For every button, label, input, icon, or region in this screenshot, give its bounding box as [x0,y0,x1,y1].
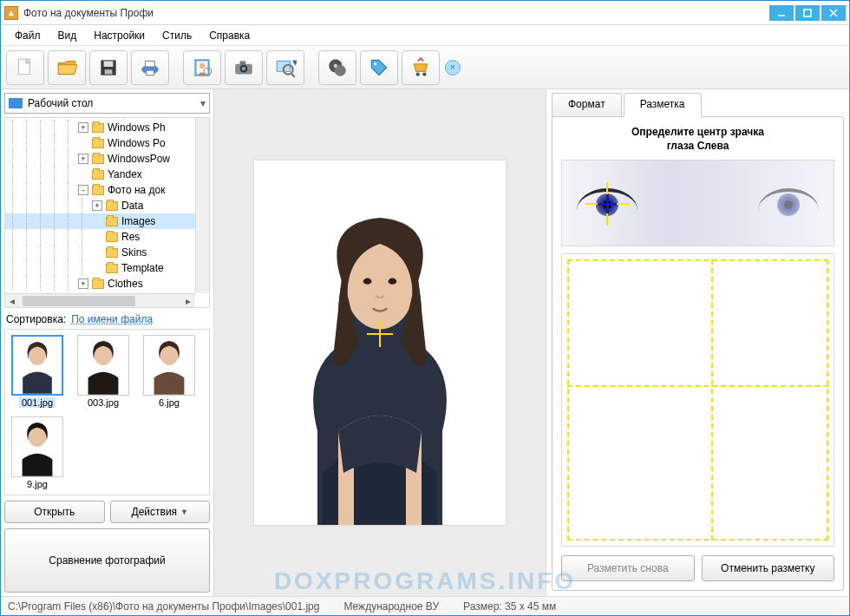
tree-item[interactable]: Windows Po [5,135,209,151]
thumbnail-item[interactable]: 003.jpg [76,335,130,408]
thumbnail-item[interactable]: 001.jpg [10,335,64,408]
scroll-right-button[interactable]: ▸ [181,294,195,308]
menu-file[interactable]: Файл [6,27,49,44]
tree-item[interactable]: Yandex [5,167,209,182]
menu-style[interactable]: Стиль [154,27,200,44]
markup-heading: Определите центр зрачка глаза Слева [561,126,834,153]
scroll-left-button[interactable]: ◂ [5,294,19,308]
tree-item[interactable]: -Фото на док [5,182,209,198]
menu-settings[interactable]: Настройки [85,27,154,44]
open-file-button[interactable]: Открыть [4,501,105,523]
close-button[interactable] [821,5,846,21]
svg-point-25 [334,63,337,67]
tree-label: Windows Ph [108,121,166,134]
remark-button[interactable]: Разметить снова [561,555,695,581]
minimize-button[interactable] [769,5,794,21]
status-doc-type: Международное ВУ [343,600,451,613]
print-button[interactable] [131,50,169,85]
tree-label: Clothes [108,278,143,290]
toolbar: ▾ × [1,46,849,89]
photo-canvas[interactable] [254,161,506,525]
menu-view[interactable]: Вид [49,27,86,44]
tree-label: Windows Po [108,137,166,149]
tree-label: Yandex [108,168,142,180]
tree-label: Images [121,215,155,227]
svg-point-28 [422,72,426,75]
markup-heading-l2: глаза Слева [561,140,834,154]
tree-horizontal-scrollbar[interactable]: ◂ ▸ [5,293,195,307]
tree-item[interactable]: Template [5,260,209,276]
thumbnail-item[interactable]: 9.jpg [10,416,64,489]
tree-toggle-icon[interactable]: - [78,185,88,195]
markup-preview-grid[interactable] [561,253,834,547]
svg-rect-7 [104,61,114,67]
menu-help[interactable]: Справка [200,27,258,44]
tree-toggle-icon[interactable]: + [78,122,88,133]
app-title: Фото на документы Профи [23,7,769,19]
cart-button[interactable] [402,50,440,85]
open-button[interactable] [48,50,86,85]
status-size: Размер: 35 x 45 мм [463,600,568,613]
reset-button[interactable]: × [445,60,461,75]
tree-label: Фото на док [108,184,165,196]
camera-button[interactable] [225,50,263,85]
tree-toggle-icon[interactable]: + [78,154,88,164]
tree-item[interactable]: Res [5,229,209,245]
menubar: Файл Вид Настройки Стиль Справка [1,25,849,46]
tree-item[interactable]: Images [5,213,209,229]
svg-rect-10 [146,61,155,67]
sort-mode-link[interactable]: По имени файла [71,313,153,325]
svg-point-26 [374,62,376,65]
folder-icon [106,233,118,242]
status-path: C:\Program Files (x86)\Фото на документы… [8,600,331,613]
thumbnail-label: 6.jpg [159,397,180,408]
tree-toggle-icon[interactable]: + [92,200,102,211]
titlebar: ▲ Фото на документы Профи [1,1,849,25]
tree-label: Template [121,262,164,274]
tree-toggle-icon[interactable]: + [78,279,88,289]
record-button[interactable] [318,50,356,85]
tree-vertical-scrollbar[interactable] [195,118,209,293]
tree-item[interactable]: +WindowsPow [5,151,209,167]
tab-format[interactable]: Формат [552,93,622,117]
folder-icon [92,154,104,164]
svg-line-21 [291,73,295,76]
scroll-thumb[interactable] [23,296,135,306]
cancel-markup-button[interactable]: Отменить разметку [702,555,835,581]
folder-icon [106,264,118,273]
maximize-button[interactable] [795,5,820,21]
tree-item[interactable]: +Data [5,198,209,213]
app-icon: ▲ [4,6,18,20]
thumbnail-label: 001.jpg [19,397,56,408]
tree-item[interactable]: +Clothes [5,276,209,292]
right-panel: Формат Разметка Определите центр зрачка … [546,89,849,596]
folder-icon [92,139,104,148]
tree-label: WindowsPow [108,153,170,165]
drive-label: Рабочий стол [28,97,93,109]
crop-portrait-button[interactable] [183,50,221,85]
new-button[interactable] [6,50,44,85]
tab-markup[interactable]: Разметка [624,93,702,117]
save-button[interactable] [89,50,128,85]
eyes-guide-image [561,160,834,246]
markup-heading-l1: Определите центр зрачка [561,126,834,140]
tree-item[interactable]: Skins [5,245,209,260]
thumbnail-image [11,335,63,396]
folder-icon [106,201,118,211]
drive-selector[interactable]: Рабочий стол ▾ [4,93,210,114]
thumbnail-item[interactable]: 6.jpg [142,335,196,408]
tree-label: Res [121,231,140,243]
tree-item[interactable]: +Windows Ph [5,120,209,135]
svg-point-35 [389,279,397,285]
folder-icon [106,248,118,258]
svg-point-27 [416,72,420,75]
chevron-down-icon: ▾ [200,97,206,109]
tree-label: Data [121,200,143,212]
zoom-button[interactable]: ▾ [266,50,304,85]
svg-rect-11 [147,70,154,75]
actions-button[interactable]: Действия ▼ [110,501,211,523]
compare-photos-button[interactable]: Сравнение фотографий [4,528,210,593]
svg-point-13 [199,62,206,69]
thumbnail-label: 003.jpg [88,397,119,408]
tag-button[interactable] [360,50,398,85]
